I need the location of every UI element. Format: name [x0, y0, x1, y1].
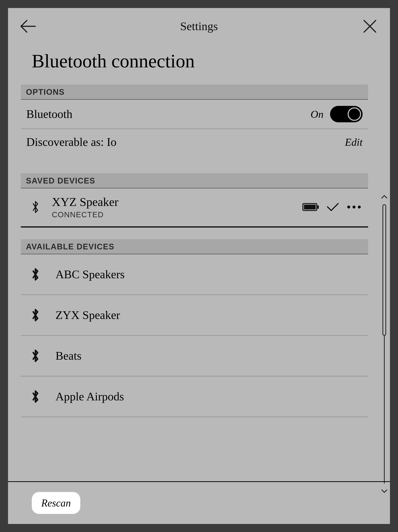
footer: Rescan [8, 481, 390, 524]
scrollbar-track[interactable] [384, 204, 385, 484]
page-title: Bluetooth connection [8, 44, 390, 84]
available-device-row[interactable]: ABC Speakers [21, 254, 368, 295]
available-device-name: Apple Airpods [44, 390, 124, 403]
toggle-knob [347, 107, 361, 121]
discoverable-row: Discoverable as: Io Edit [21, 129, 368, 155]
saved-device-row[interactable]: XYZ Speaker CONNECTED [21, 188, 368, 228]
available-device-name: ZYX Speaker [44, 308, 120, 322]
saved-device-status: CONNECTED [52, 210, 302, 219]
bluetooth-label: Bluetooth [26, 107, 72, 121]
section-header-options: OPTIONS [21, 84, 368, 100]
close-button[interactable] [361, 17, 379, 35]
available-device-row[interactable]: Beats [21, 336, 368, 376]
svg-rect-2 [317, 205, 319, 209]
bluetooth-icon [26, 349, 44, 363]
bluetooth-icon [26, 200, 44, 214]
section-header-available: AVAILABLE DEVICES [21, 239, 368, 254]
battery-icon [302, 203, 319, 212]
svg-point-3 [347, 206, 350, 209]
bluetooth-toggle-row[interactable]: Bluetooth On [21, 100, 368, 129]
section-header-saved: SAVED DEVICES [21, 173, 368, 188]
scrollbar[interactable] [380, 194, 389, 494]
rescan-button[interactable]: Rescan [32, 492, 80, 514]
connected-check-icon [326, 202, 339, 212]
available-device-row[interactable]: Apple Airpods [21, 376, 368, 417]
edit-name-button[interactable]: Edit [345, 136, 363, 148]
available-device-name: Beats [44, 349, 82, 363]
svg-point-5 [358, 206, 361, 209]
available-device-name: ABC Speakers [44, 268, 125, 281]
settings-panel: Settings Bluetooth connection OPTIONS Bl… [8, 8, 390, 524]
more-options-icon[interactable] [347, 205, 361, 209]
scrollbar-thumb[interactable] [382, 204, 386, 336]
svg-point-4 [353, 206, 355, 209]
bluetooth-toggle[interactable] [330, 106, 363, 122]
chevron-down-icon[interactable] [381, 489, 388, 494]
discoverable-label: Discoverable as: Io [26, 135, 116, 149]
chevron-up-icon[interactable] [381, 194, 388, 199]
saved-device-name: XYZ Speaker [52, 195, 302, 209]
titlebar: Settings [8, 8, 390, 44]
available-device-row[interactable]: ZYX Speaker [21, 295, 368, 336]
back-arrow-icon [19, 19, 36, 33]
back-button[interactable] [19, 17, 37, 35]
bluetooth-icon [26, 390, 44, 404]
bluetooth-icon [26, 267, 44, 281]
close-icon [363, 19, 377, 33]
bluetooth-state: On [310, 108, 323, 120]
content-area: OPTIONS Bluetooth On Discoverable as: Io… [8, 84, 390, 481]
bluetooth-icon [26, 308, 44, 322]
svg-rect-1 [304, 205, 316, 209]
titlebar-title: Settings [180, 19, 218, 33]
